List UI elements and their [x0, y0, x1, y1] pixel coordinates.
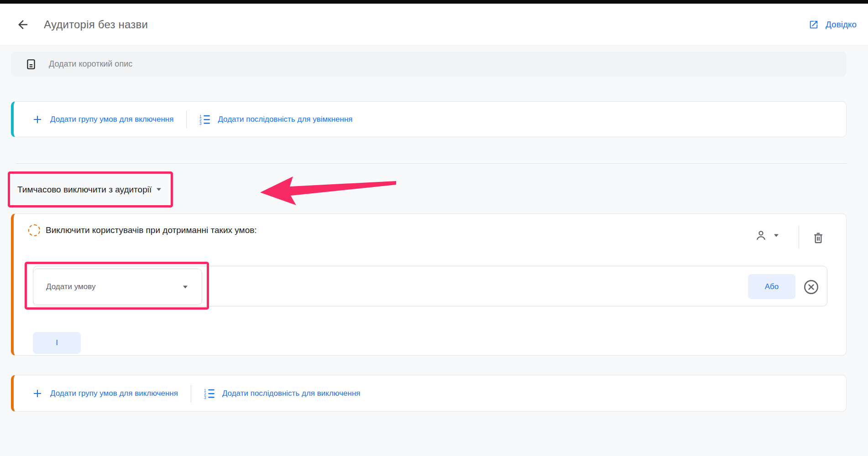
trash-icon — [812, 232, 825, 244]
help-link[interactable]: Довідко — [809, 4, 857, 45]
exclusion-scope-dropdown[interactable]: Тимчасово виключити з аудиторії — [10, 174, 171, 205]
chevron-down-icon — [183, 285, 188, 289]
or-condition-button[interactable]: Або — [748, 274, 795, 299]
external-link-icon — [809, 20, 819, 30]
person-icon — [755, 229, 767, 242]
exclusion-scope-value: Тимчасово виключити з аудиторії — [17, 185, 152, 195]
include-group-actions: Додати групу умов для включення 1 2 3 До… — [14, 102, 846, 137]
numbered-list-icon: 1 2 3 — [199, 114, 210, 125]
exclude-group-title: Виключити користувачів при дотриманні та… — [46, 223, 257, 237]
vertical-divider — [191, 385, 191, 402]
plus-icon — [32, 388, 43, 399]
exclude-footer-card: Додати групу умов для виключення 1 2 3 Д… — [11, 375, 847, 412]
top-strip — [0, 0, 868, 4]
user-scope-button[interactable] — [755, 229, 779, 242]
delete-group-button[interactable] — [811, 231, 825, 245]
header: Аудиторія без назви Довідко — [0, 4, 868, 46]
add-include-sequence-button[interactable]: 1 2 3 Додати послідовність для увімкненн… — [199, 114, 352, 125]
dashed-circle-icon — [28, 224, 40, 236]
add-condition-placeholder: Додати умову — [46, 282, 95, 291]
svg-text:3: 3 — [199, 121, 202, 124]
include-group-card: Додати групу умов для включення 1 2 3 До… — [11, 101, 847, 137]
description-placeholder: Додати короткий опис — [49, 59, 132, 69]
exclude-footer-actions: Додати групу умов для виключення 1 2 3 Д… — [14, 375, 846, 411]
exclude-group-card: Виключити користувачів при дотриманні та… — [11, 213, 847, 356]
chevron-down-icon — [774, 234, 779, 237]
audience-builder-screen: Аудиторія без назви Довідко Додати корот… — [0, 0, 868, 456]
plus-icon — [32, 114, 43, 125]
page-title: Аудиторія без назви — [44, 4, 148, 45]
close-circle-icon — [803, 279, 820, 295]
remove-condition-button[interactable] — [802, 278, 820, 296]
help-link-label: Довідко — [826, 20, 857, 30]
vertical-divider — [799, 226, 799, 249]
document-icon — [25, 58, 37, 70]
annotation-arrow — [255, 172, 398, 207]
svg-text:3: 3 — [204, 395, 206, 399]
add-condition-dropdown[interactable]: Додати умову — [33, 269, 202, 305]
description-input[interactable]: Додати короткий опис — [11, 52, 847, 77]
chevron-down-icon — [156, 188, 162, 191]
vertical-divider — [186, 111, 187, 128]
and-condition-button[interactable]: І — [33, 332, 81, 354]
add-exclude-sequence-button[interactable]: 1 2 3 Додати послідовність для виключенн… — [204, 388, 361, 399]
back-arrow-icon — [16, 18, 30, 31]
add-exclude-condition-group-button[interactable]: Додати групу умов для виключення — [32, 388, 178, 399]
back-button[interactable] — [13, 15, 33, 35]
section-divider — [16, 163, 847, 164]
numbered-list-icon: 1 2 3 — [204, 388, 215, 399]
add-include-condition-group-button[interactable]: Додати групу умов для включення — [32, 114, 173, 125]
